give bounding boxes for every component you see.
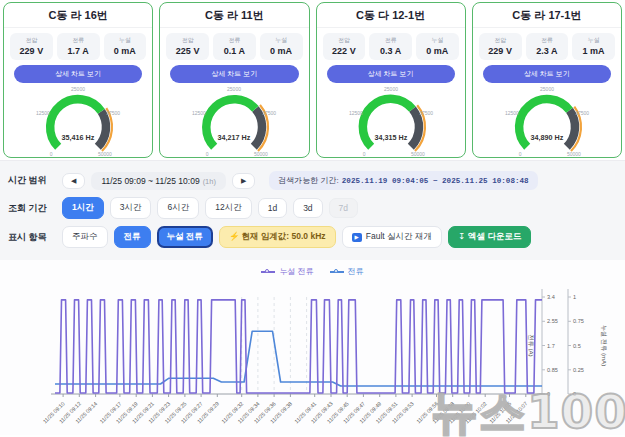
left-arrow-icon: ◀ [71, 177, 76, 184]
svg-text:1: 1 [573, 294, 576, 300]
stat-row: 전압 229 V 전류 2.3 A 누설 1 mA [473, 28, 621, 62]
stat-voltage: 전압 229 V [10, 33, 53, 60]
frequency-gauge: 01250025000375005000034,890 Hz [473, 83, 621, 158]
svg-text:50000: 50000 [411, 151, 425, 157]
frequency-gauge: 01250025000375005000035,416 Hz [4, 83, 152, 158]
svg-text:34,217 Hz: 34,217 Hz [218, 133, 251, 142]
svg-text:0.75: 0.75 [573, 318, 584, 324]
prev-time-button[interactable]: ◀ [62, 173, 85, 189]
fault-realtime-resume-button[interactable]: ▶Fault 실시간 재개 [342, 226, 442, 248]
line-series-icon [330, 269, 344, 275]
svg-text:37500: 37500 [575, 110, 589, 116]
svg-text:0: 0 [573, 391, 576, 397]
stat-voltage: 전압 225 V [166, 33, 209, 60]
stat-current: 전류 0.1 A [213, 33, 256, 60]
svg-text:25000: 25000 [540, 86, 554, 92]
threshold-badge: ⚡현재 임계값: 50.0 kHz [219, 226, 336, 248]
searchable-period-badge: 검색가능한 기간:2025.11.19 09:04:05 ~ 2025.11.2… [269, 171, 537, 190]
period-label: 조회 기간 [8, 202, 56, 215]
svg-text:0: 0 [519, 151, 522, 157]
device-title: C동 다 12-1번 [317, 3, 465, 28]
svg-text:50000: 50000 [567, 151, 581, 157]
right-arrow-icon: ▶ [241, 177, 246, 184]
stat-leakage: 누설 0 mA [260, 33, 303, 60]
control-panel: 시간 범위 ◀ 11/25 09:09 ~ 11/25 10:09(1h) ▶ … [0, 160, 625, 260]
period-button-3d[interactable]: 3d [293, 198, 322, 218]
period-button-6h[interactable]: 6시간 [157, 197, 199, 219]
line-series-icon [261, 269, 275, 275]
time-range-display[interactable]: 11/25 09:09 ~ 11/25 10:09(1h) [91, 172, 226, 190]
svg-text:12500: 12500 [192, 110, 206, 116]
period-button-12h[interactable]: 12시간 [205, 197, 251, 219]
stat-row: 전압 229 V 전류 1.7 A 누설 0 mA [4, 28, 152, 62]
display-button-frequency[interactable]: 주파수 [62, 226, 108, 248]
time-range-duration: (1h) [203, 177, 216, 186]
stat-leakage: 누설 0 mA [104, 33, 147, 60]
device-cards-row: C동 라 16번 전압 229 V 전류 1.7 A 누설 0 mA 상세 차트… [0, 0, 625, 160]
period-button-1d[interactable]: 1d [258, 198, 287, 218]
svg-text:34,890 Hz: 34,890 Hz [530, 133, 563, 142]
svg-text:50000: 50000 [254, 151, 268, 157]
svg-text:25000: 25000 [384, 86, 398, 92]
svg-text:0.25: 0.25 [573, 367, 584, 373]
stat-current: 전류 2.3 A [526, 33, 569, 60]
device-title: C동 라 11번 [160, 3, 308, 28]
time-range-row: 시간 범위 ◀ 11/25 09:09 ~ 11/25 10:09(1h) ▶ … [8, 171, 617, 190]
display-items-label: 표시 항목 [8, 231, 56, 244]
display-button-leakage-current[interactable]: 누설 전류 [157, 226, 213, 248]
svg-text:누설 전류 (mA): 누설 전류 (mA) [601, 325, 608, 367]
svg-text:0: 0 [206, 151, 209, 157]
svg-text:12500: 12500 [36, 110, 50, 116]
excel-button-label: 엑셀 다운로드 [468, 231, 521, 241]
frequency-gauge: 01250025000375005000034,217 Hz [160, 83, 308, 158]
legend-item-leakage-current[interactable]: 누설 전류 [261, 266, 313, 277]
svg-text:25000: 25000 [227, 86, 241, 92]
stat-voltage: 전압 222 V [323, 33, 366, 60]
device-card-3: C동 다 12-1번 전압 222 V 전류 0.3 A 누설 0 mA 상세 … [316, 2, 466, 158]
stat-current: 전류 0.3 A [369, 33, 412, 60]
svg-text:35,416 Hz: 35,416 Hz [62, 133, 95, 142]
display-button-current[interactable]: 전류 [114, 226, 151, 248]
display-items-row: 표시 항목 주파수 전류 누설 전류 ⚡현재 임계값: 50.0 kHz ▶Fa… [8, 226, 617, 248]
period-button-7d: 7d [329, 198, 358, 218]
threshold-text: 현재 임계값: 50.0 kHz [241, 231, 325, 241]
fault-button-label: Fault 실시간 재개 [366, 231, 432, 243]
svg-text:1.7: 1.7 [547, 343, 555, 349]
svg-text:37500: 37500 [106, 110, 120, 116]
chart-section: 누설 전류 전류 11/25 09:1011/25 09:1211/25 09:… [0, 260, 625, 435]
legend-label: 전류 [348, 266, 364, 277]
svg-text:0: 0 [50, 151, 53, 157]
lightning-icon: ⚡ [229, 231, 240, 241]
svg-text:37500: 37500 [419, 110, 433, 116]
period-row: 조회 기간 1시간 3시간 6시간 12시간 1d 3d 7d [8, 197, 617, 219]
svg-text:2.55: 2.55 [547, 318, 558, 324]
download-icon: ↧ [458, 231, 465, 241]
svg-text:34,315 Hz: 34,315 Hz [374, 133, 407, 142]
detail-chart-button[interactable]: 상세 차트 보기 [483, 65, 611, 83]
stat-row: 전압 225 V 전류 0.1 A 누설 0 mA [160, 28, 308, 62]
stat-leakage: 누설 1 mA [572, 33, 615, 60]
legend-item-current[interactable]: 전류 [330, 266, 364, 277]
svg-text:12500: 12500 [349, 110, 363, 116]
device-card-1: C동 라 16번 전압 229 V 전류 1.7 A 누설 0 mA 상세 차트… [3, 2, 153, 158]
detail-chart-button[interactable]: 상세 차트 보기 [14, 65, 142, 83]
next-time-button[interactable]: ▶ [232, 173, 255, 189]
stat-current: 전류 1.7 A [57, 33, 100, 60]
svg-text:0: 0 [547, 391, 550, 397]
chart-legend: 누설 전류 전류 [0, 260, 625, 276]
device-title: C동 라 17-1번 [473, 3, 621, 28]
legend-label: 누설 전류 [279, 266, 313, 277]
device-title: C동 라 16번 [4, 3, 152, 28]
detail-chart-button[interactable]: 상세 차트 보기 [327, 65, 455, 83]
line-chart[interactable]: 11/25 09:1011/25 09:1211/25 09:1411/25 0… [0, 276, 625, 426]
excel-download-button[interactable]: ↧엑셀 다운로드 [448, 226, 532, 248]
svg-text:50000: 50000 [98, 151, 112, 157]
period-button-3h[interactable]: 3시간 [110, 197, 152, 219]
detail-chart-button[interactable]: 상세 차트 보기 [170, 65, 298, 83]
svg-text:12500: 12500 [505, 110, 519, 116]
svg-text:25000: 25000 [71, 86, 85, 92]
time-range-label: 시간 범위 [8, 174, 56, 187]
device-card-2: C동 라 11번 전압 225 V 전류 0.1 A 누설 0 mA 상세 차트… [159, 2, 309, 158]
searchable-period-label: 검색가능한 기간: [278, 176, 338, 185]
period-button-1h[interactable]: 1시간 [62, 197, 104, 219]
